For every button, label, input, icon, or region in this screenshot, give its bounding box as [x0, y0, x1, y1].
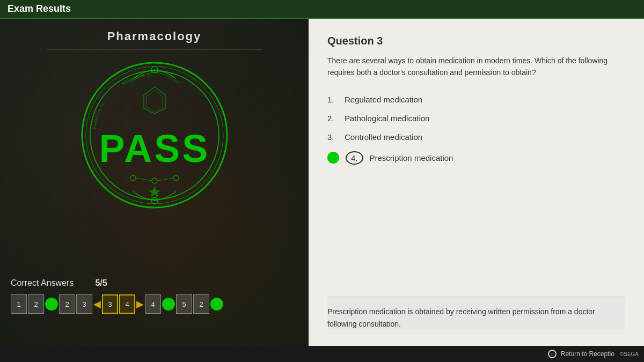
main-content: Pharmacology	[0, 19, 644, 346]
nav-q1-num2[interactable]: 2	[28, 294, 44, 314]
svg-marker-15	[149, 186, 160, 197]
sega-label: ©SEGA	[620, 351, 639, 357]
svg-marker-5	[144, 87, 165, 114]
answer-2-num: 2.	[327, 114, 338, 123]
answer-2: 2. Pathological medication	[327, 114, 625, 123]
answer-4-text: Prescription medication	[370, 153, 453, 162]
nav-circle-2	[162, 298, 175, 311]
nav-q5-circle	[210, 298, 223, 311]
nav-q5-box[interactable]: 5	[176, 294, 192, 314]
svg-point-12	[173, 175, 179, 181]
return-to-reception[interactable]: ○ Return to Receptio ©SEGA	[548, 350, 639, 358]
bottom-bar: ○ Return to Receptio ©SEGA	[0, 346, 644, 362]
answer-4-num: 4.	[346, 151, 363, 165]
pass-stamp: BARAOU AL SC · · · BARAOU AL SC · · · PA…	[79, 60, 230, 210]
correct-answers-row: Correct Answers 5/5	[11, 278, 298, 288]
nav-circle-3	[210, 298, 223, 311]
explanation-text: Prescription medication is obtained by r…	[327, 306, 625, 330]
answer-3: 3. Controlled medication	[327, 132, 625, 142]
answers-list: 1. Regulated medication 2. Pathological …	[327, 95, 625, 174]
svg-point-11	[152, 178, 157, 183]
return-icon: ○	[548, 350, 557, 358]
nav-selected-4[interactable]: 4	[119, 294, 135, 314]
svg-text:PASS: PASS	[99, 127, 210, 170]
nav-q1-box[interactable]: 1	[11, 294, 27, 314]
svg-line-14	[157, 178, 173, 181]
correct-answers-label: Correct Answers	[11, 278, 74, 288]
nav-q2-num3[interactable]: 3	[76, 294, 92, 314]
nav-arrow-left[interactable]: ◀	[93, 298, 101, 310]
return-label: Return to Receptio	[561, 350, 614, 358]
title-divider	[47, 49, 262, 49]
answer-2-text: Pathological medication	[345, 114, 429, 123]
correct-answer-indicator	[327, 152, 339, 164]
answer-3-num: 3.	[327, 132, 338, 142]
nav-q4-circle	[162, 298, 175, 311]
svg-line-13	[136, 178, 152, 181]
correct-answers-value: 5/5	[95, 278, 107, 288]
answer-1-text: Regulated medication	[345, 95, 422, 104]
svg-point-10	[130, 175, 136, 181]
question-label: Question 3	[327, 35, 625, 47]
left-panel: Pharmacology	[0, 19, 309, 346]
subject-title: Pharmacology	[107, 29, 202, 43]
nav-q4-box[interactable]: 4	[145, 294, 161, 314]
explanation-box: Prescription medication is obtained by r…	[327, 297, 625, 330]
top-bar: Exam Results	[0, 0, 644, 19]
svg-marker-6	[147, 90, 163, 112]
nav-q5-num2[interactable]: 2	[193, 294, 209, 314]
answer-1: 1. Regulated medication	[327, 95, 625, 104]
nav-selected-3[interactable]: 3	[102, 294, 118, 314]
nav-q2-box[interactable]: 2	[59, 294, 75, 314]
question-navigation: 1 2 2 3 ◀ 3 4 ▶ 4	[11, 294, 298, 314]
question-text: There are several ways to obtain medicat…	[327, 55, 625, 79]
nav-arrow-right[interactable]: ▶	[136, 298, 144, 310]
answer-3-text: Controlled medication	[345, 132, 422, 142]
answer-4-circled-num: 4.	[346, 151, 363, 165]
left-bottom-section: Correct Answers 5/5 1 2 2 3 ◀	[11, 278, 298, 314]
right-panel: Question 3 There are several ways to obt…	[309, 19, 644, 346]
answer-1-num: 1.	[327, 95, 338, 104]
nav-circle-1	[45, 298, 58, 311]
svg-text:BARAOU AL SC: BARAOU AL SC	[121, 72, 152, 86]
top-bar-title: Exam Results	[8, 3, 71, 14]
answer-4: 4. Prescription medication	[327, 151, 625, 165]
nav-q1-circle	[45, 298, 58, 311]
